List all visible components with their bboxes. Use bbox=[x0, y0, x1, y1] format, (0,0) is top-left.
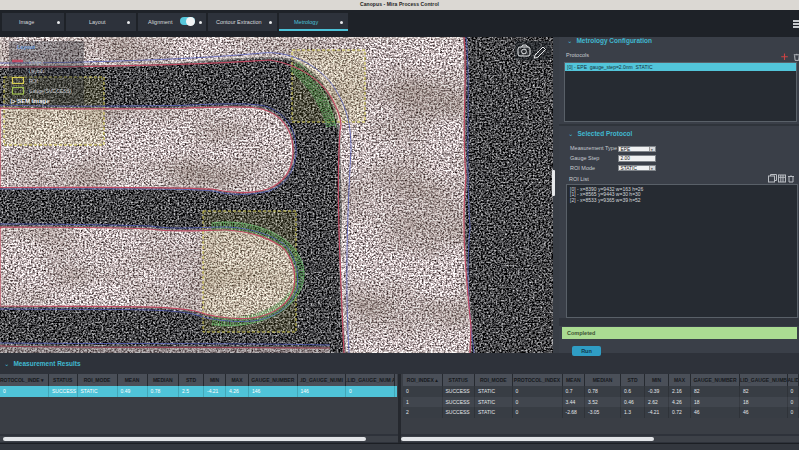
svg-text:Gauge(SUCCESS): Gauge(SUCCESS) bbox=[29, 88, 72, 94]
svg-text:Layout: Layout bbox=[29, 68, 45, 74]
svg-text:▷ SEM Image: ▷ SEM Image bbox=[10, 98, 50, 104]
svg-text:Layout: Layout bbox=[17, 44, 35, 50]
svg-text:ROI: ROI bbox=[29, 78, 38, 84]
svg-text:Image: Image bbox=[29, 59, 43, 65]
